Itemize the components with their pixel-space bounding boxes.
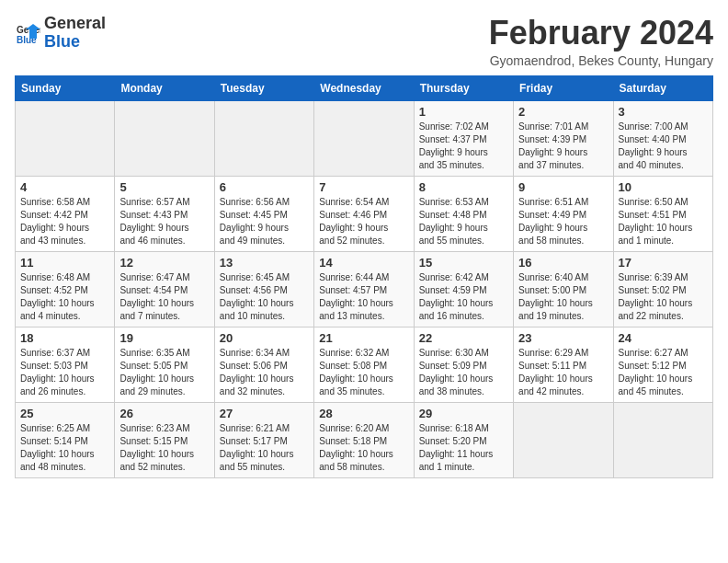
day-number: 20: [220, 331, 309, 345]
day-info: Sunrise: 6:18 AM Sunset: 5:20 PM Dayligh…: [419, 422, 508, 474]
day-number: 3: [619, 105, 708, 119]
day-cell: 28Sunrise: 6:20 AM Sunset: 5:18 PM Dayli…: [314, 402, 414, 477]
day-info: Sunrise: 6:27 AM Sunset: 5:12 PM Dayligh…: [619, 347, 708, 398]
day-number: 23: [518, 331, 608, 345]
week-row-4: 18Sunrise: 6:37 AM Sunset: 5:03 PM Dayli…: [16, 327, 713, 402]
day-info: Sunrise: 6:45 AM Sunset: 4:56 PM Dayligh…: [220, 271, 309, 323]
day-cell: 27Sunrise: 6:21 AM Sunset: 5:17 PM Dayli…: [214, 402, 313, 477]
day-info: Sunrise: 6:44 AM Sunset: 4:57 PM Dayligh…: [319, 271, 408, 323]
day-cell: 17Sunrise: 6:39 AM Sunset: 5:02 PM Dayli…: [613, 251, 712, 327]
day-cell: 13Sunrise: 6:45 AM Sunset: 4:56 PM Dayli…: [214, 251, 313, 327]
day-number: 21: [319, 331, 408, 345]
weekday-thursday: Thursday: [414, 75, 513, 100]
day-cell: 19Sunrise: 6:35 AM Sunset: 5:05 PM Dayli…: [115, 327, 214, 402]
day-number: 28: [319, 407, 408, 420]
day-info: Sunrise: 6:58 AM Sunset: 4:42 PM Dayligh…: [20, 196, 109, 247]
day-cell: 26Sunrise: 6:23 AM Sunset: 5:15 PM Dayli…: [115, 402, 214, 477]
week-row-2: 4Sunrise: 6:58 AM Sunset: 4:42 PM Daylig…: [16, 176, 713, 251]
day-info: Sunrise: 6:32 AM Sunset: 5:08 PM Dayligh…: [319, 347, 408, 398]
day-cell: 25Sunrise: 6:25 AM Sunset: 5:14 PM Dayli…: [16, 402, 115, 477]
day-cell: 14Sunrise: 6:44 AM Sunset: 4:57 PM Dayli…: [314, 251, 414, 327]
day-cell: 20Sunrise: 6:34 AM Sunset: 5:06 PM Dayli…: [214, 327, 313, 402]
day-number: 17: [619, 256, 708, 270]
day-cell: 2Sunrise: 7:01 AM Sunset: 4:39 PM Daylig…: [514, 100, 613, 176]
month-title: February 2024: [489, 15, 713, 52]
day-info: Sunrise: 6:53 AM Sunset: 4:48 PM Dayligh…: [419, 196, 508, 247]
day-number: 6: [220, 180, 309, 194]
calendar-table: SundayMondayTuesdayWednesdayThursdayFrid…: [15, 75, 713, 478]
day-number: 10: [619, 180, 708, 194]
day-cell: [514, 402, 613, 477]
day-info: Sunrise: 6:54 AM Sunset: 4:46 PM Dayligh…: [319, 196, 408, 247]
day-number: 24: [619, 331, 708, 345]
day-info: Sunrise: 6:25 AM Sunset: 5:14 PM Dayligh…: [20, 422, 109, 474]
day-cell: 1Sunrise: 7:02 AM Sunset: 4:37 PM Daylig…: [414, 100, 513, 176]
weekday-sunday: Sunday: [16, 75, 115, 100]
day-number: 5: [119, 180, 209, 194]
day-number: 11: [20, 256, 109, 270]
weekday-header-row: SundayMondayTuesdayWednesdayThursdayFrid…: [16, 75, 713, 100]
week-row-3: 11Sunrise: 6:48 AM Sunset: 4:52 PM Dayli…: [16, 251, 713, 327]
title-area: February 2024 Gyomaendrod, Bekes County,…: [489, 15, 713, 68]
day-cell: 15Sunrise: 6:42 AM Sunset: 4:59 PM Dayli…: [414, 251, 513, 327]
weekday-tuesday: Tuesday: [214, 75, 313, 100]
day-number: 19: [119, 331, 209, 345]
day-number: 8: [419, 180, 508, 194]
day-number: 22: [419, 331, 508, 345]
day-cell: [214, 100, 313, 176]
weekday-friday: Friday: [514, 75, 613, 100]
calendar-body: 1Sunrise: 7:02 AM Sunset: 4:37 PM Daylig…: [16, 100, 713, 477]
day-number: 29: [419, 407, 508, 420]
day-info: Sunrise: 6:20 AM Sunset: 5:18 PM Dayligh…: [319, 422, 408, 474]
day-info: Sunrise: 6:48 AM Sunset: 4:52 PM Dayligh…: [20, 271, 109, 323]
location-subtitle: Gyomaendrod, Bekes County, Hungary: [489, 53, 713, 68]
day-number: 15: [419, 256, 508, 270]
logo-text: General Blue: [44, 15, 106, 52]
day-cell: 18Sunrise: 6:37 AM Sunset: 5:03 PM Dayli…: [16, 327, 115, 402]
day-info: Sunrise: 6:57 AM Sunset: 4:43 PM Dayligh…: [119, 196, 209, 247]
day-info: Sunrise: 6:47 AM Sunset: 4:54 PM Dayligh…: [119, 271, 209, 323]
day-info: Sunrise: 7:00 AM Sunset: 4:40 PM Dayligh…: [619, 121, 708, 172]
day-number: 9: [518, 180, 608, 194]
header: General Blue General Blue February 2024 …: [15, 15, 713, 68]
day-cell: [115, 100, 214, 176]
day-info: Sunrise: 7:01 AM Sunset: 4:39 PM Dayligh…: [518, 121, 608, 172]
day-info: Sunrise: 6:50 AM Sunset: 4:51 PM Dayligh…: [619, 196, 708, 247]
day-cell: 4Sunrise: 6:58 AM Sunset: 4:42 PM Daylig…: [16, 176, 115, 251]
day-number: 16: [518, 256, 608, 270]
day-info: Sunrise: 7:02 AM Sunset: 4:37 PM Dayligh…: [419, 121, 508, 172]
day-cell: 29Sunrise: 6:18 AM Sunset: 5:20 PM Dayli…: [414, 402, 513, 477]
week-row-5: 25Sunrise: 6:25 AM Sunset: 5:14 PM Dayli…: [16, 402, 713, 477]
day-cell: [16, 100, 115, 176]
day-cell: [613, 402, 712, 477]
svg-text:General: General: [17, 25, 40, 35]
day-number: 12: [119, 256, 209, 270]
day-cell: 22Sunrise: 6:30 AM Sunset: 5:09 PM Dayli…: [414, 327, 513, 402]
weekday-monday: Monday: [115, 75, 214, 100]
day-number: 4: [20, 180, 109, 194]
day-info: Sunrise: 6:29 AM Sunset: 5:11 PM Dayligh…: [518, 347, 608, 398]
logo-icon: General Blue: [15, 20, 40, 46]
day-cell: 7Sunrise: 6:54 AM Sunset: 4:46 PM Daylig…: [314, 176, 414, 251]
day-info: Sunrise: 6:56 AM Sunset: 4:45 PM Dayligh…: [220, 196, 309, 247]
day-number: 13: [220, 256, 309, 270]
day-number: 7: [319, 180, 408, 194]
day-number: 26: [119, 407, 209, 420]
day-cell: 23Sunrise: 6:29 AM Sunset: 5:11 PM Dayli…: [514, 327, 613, 402]
day-number: 25: [20, 407, 109, 420]
day-number: 2: [518, 105, 608, 119]
day-cell: [314, 100, 414, 176]
day-cell: 12Sunrise: 6:47 AM Sunset: 4:54 PM Dayli…: [115, 251, 214, 327]
day-cell: 24Sunrise: 6:27 AM Sunset: 5:12 PM Dayli…: [613, 327, 712, 402]
day-cell: 11Sunrise: 6:48 AM Sunset: 4:52 PM Dayli…: [16, 251, 115, 327]
day-cell: 5Sunrise: 6:57 AM Sunset: 4:43 PM Daylig…: [115, 176, 214, 251]
logo: General Blue General Blue: [15, 15, 106, 52]
day-info: Sunrise: 6:34 AM Sunset: 5:06 PM Dayligh…: [220, 347, 309, 398]
day-cell: 3Sunrise: 7:00 AM Sunset: 4:40 PM Daylig…: [613, 100, 712, 176]
day-number: 1: [419, 105, 508, 119]
day-cell: 10Sunrise: 6:50 AM Sunset: 4:51 PM Dayli…: [613, 176, 712, 251]
week-row-1: 1Sunrise: 7:02 AM Sunset: 4:37 PM Daylig…: [16, 100, 713, 176]
day-number: 18: [20, 331, 109, 345]
day-info: Sunrise: 6:35 AM Sunset: 5:05 PM Dayligh…: [119, 347, 209, 398]
day-info: Sunrise: 6:42 AM Sunset: 4:59 PM Dayligh…: [419, 271, 508, 323]
